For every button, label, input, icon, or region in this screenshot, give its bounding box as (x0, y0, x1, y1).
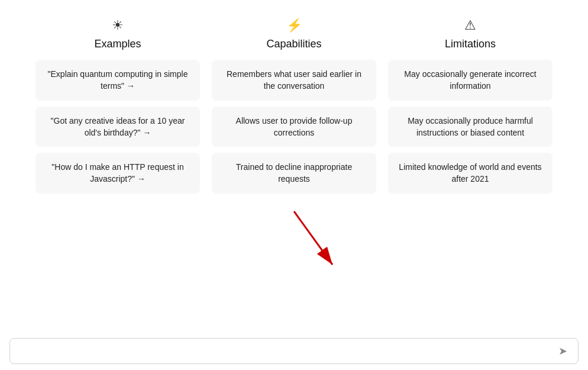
examples-card-1[interactable]: "Got any creative ideas for a 10 year ol… (35, 107, 200, 147)
arrow-area (0, 205, 588, 282)
columns-container: ☀Examples"Explain quantum computing in s… (35, 18, 553, 194)
capabilities-header: ⚡Capabilities (266, 18, 321, 50)
input-bar: ➤ (9, 338, 579, 364)
column-examples: ☀Examples"Explain quantum computing in s… (35, 18, 200, 194)
capabilities-title: Capabilities (266, 38, 321, 50)
capabilities-card-1: Allows user to provide follow-up correct… (212, 107, 376, 147)
input-area: ➤ (0, 332, 588, 370)
limitations-card-0: May occasionally generate incorrect info… (388, 60, 553, 101)
limitations-card-2: Limited knowledge of world and events af… (388, 153, 553, 194)
send-icon: ➤ (558, 345, 567, 358)
capabilities-card-0: Remembers what user said earlier in the … (212, 60, 376, 101)
limitations-header: ⚠Limitations (445, 18, 496, 50)
limitations-card-1: May occasionally produce harmful instruc… (388, 107, 553, 147)
capabilities-icon: ⚡ (286, 18, 302, 33)
chat-input[interactable] (18, 346, 556, 356)
examples-card-2[interactable]: "How do I make an HTTP request in Javasc… (35, 153, 200, 194)
capabilities-card-2: Trained to decline inappropriate request… (212, 153, 376, 194)
examples-icon: ☀ (112, 18, 124, 33)
send-button[interactable]: ➤ (556, 345, 570, 358)
column-capabilities: ⚡CapabilitiesRemembers what user said ea… (212, 18, 376, 194)
examples-header: ☀Examples (94, 18, 141, 50)
column-limitations: ⚠LimitationsMay occasionally generate in… (388, 18, 553, 194)
main-content: ☀Examples"Explain quantum computing in s… (0, 0, 588, 205)
examples-title: Examples (94, 38, 141, 50)
limitations-icon: ⚠ (464, 18, 476, 33)
svg-line-1 (294, 211, 332, 265)
limitations-title: Limitations (445, 38, 496, 50)
examples-card-0[interactable]: "Explain quantum computing in simple ter… (35, 60, 200, 101)
arrow-icon (282, 205, 353, 276)
